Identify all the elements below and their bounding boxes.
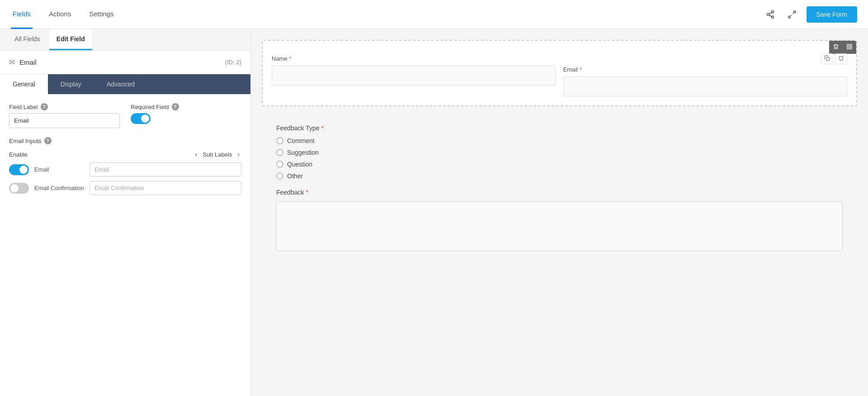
email-required-star: * [580, 66, 582, 73]
top-nav-right: Save Form [763, 6, 857, 23]
edit-tab-advanced[interactable]: Advanced [94, 74, 147, 94]
email-inputs-section: Email Inputs ? Enable ‹ Sub Labels › [9, 137, 241, 195]
required-toggle-wrapper [131, 113, 241, 124]
email-row-label: Email [34, 166, 84, 173]
svg-line-5 [793, 11, 795, 14]
svg-rect-9 [847, 47, 849, 49]
share-button[interactable] [763, 7, 778, 22]
feedback-textarea[interactable] [276, 201, 843, 251]
edit-tab-display[interactable]: Display [48, 74, 94, 94]
sub-labels-nav: ‹ Sub Labels › [193, 150, 241, 159]
svg-line-6 [788, 15, 791, 18]
radio-comment[interactable]: Comment [276, 137, 843, 144]
field-header: ✉ Email (ID: 2) [0, 51, 250, 74]
svg-rect-7 [847, 44, 849, 46]
nav-tabs: Fields Actions Settings [11, 0, 115, 29]
nav-settings[interactable]: Settings [87, 0, 115, 29]
svg-rect-11 [826, 57, 830, 61]
radio-label-comment: Comment [287, 137, 315, 144]
field-name: ✉ Email [9, 58, 37, 67]
email-inputs-header: Email Inputs ? [9, 137, 241, 144]
radio-label-suggestion: Suggestion [287, 149, 319, 156]
email-confirmation-input-row: Email Confirmation [9, 181, 241, 195]
radio-suggestion[interactable]: Suggestion [276, 149, 843, 156]
svg-point-1 [767, 13, 769, 15]
edit-tab-general[interactable]: General [0, 74, 48, 94]
svg-line-3 [769, 15, 772, 16]
sub-labels-next-button[interactable]: › [236, 150, 241, 159]
form-content-area: Feedback Type * Comment Suggestion Quest… [262, 115, 857, 262]
field-label-label: Field Label ? [9, 103, 120, 110]
field-label-help-icon[interactable]: ? [41, 103, 48, 110]
email-confirmation-row-label: Email Confirmation [34, 185, 84, 191]
email-field-actions [821, 53, 847, 64]
svg-line-4 [769, 12, 772, 14]
left-panel: All Fields Edit Field ✉ Email (ID: 2) Ge… [0, 29, 251, 396]
email-field-label: Email * [563, 66, 848, 73]
radio-other[interactable]: Other [276, 172, 843, 180]
save-form-button[interactable]: Save Form [807, 6, 857, 23]
field-label-input[interactable] [9, 113, 120, 128]
name-field-block: Name * [272, 55, 556, 96]
tab-all-fields[interactable]: All Fields [7, 29, 47, 50]
email-input-row: Email [9, 162, 241, 177]
field-label-row: Field Label ? Required Field ? [9, 103, 241, 128]
nav-actions[interactable]: Actions [47, 0, 73, 29]
email-inputs-help-icon[interactable]: ? [44, 137, 52, 144]
radio-label-question: Question [287, 161, 312, 168]
field-name-text: Email [19, 58, 37, 66]
email-copy-button[interactable] [821, 53, 833, 64]
form-fields-row: Name * [263, 41, 856, 105]
name-required-star: * [289, 55, 292, 62]
svg-rect-8 [850, 44, 852, 46]
required-toggle[interactable] [131, 113, 151, 124]
name-input-box[interactable] [272, 66, 556, 86]
radio-question[interactable]: Question [276, 161, 843, 168]
nav-fields[interactable]: Fields [11, 0, 33, 29]
tab-edit-field[interactable]: Edit Field [49, 29, 92, 50]
required-field-help-icon[interactable]: ? [172, 103, 179, 110]
email-sublabel-input[interactable] [90, 162, 241, 177]
canvas-grid-button[interactable] [843, 41, 856, 54]
svg-rect-10 [850, 47, 852, 49]
radio-circle-suggestion [276, 149, 283, 156]
feedback-type-radio-group: Comment Suggestion Question Other [276, 137, 843, 180]
svg-point-2 [771, 16, 774, 18]
email-confirmation-sublabel-input[interactable] [90, 181, 241, 195]
sub-labels-prev-button[interactable]: ‹ [193, 150, 199, 159]
right-panel: Name * [251, 29, 868, 396]
required-field-group: Required Field ? [131, 103, 241, 128]
sub-labels-title: Sub Labels [203, 151, 232, 158]
required-field-label: Required Field ? [131, 103, 241, 110]
email-toggle[interactable] [9, 164, 29, 175]
name-field-label: Name * [272, 55, 556, 62]
enable-label: Enable [9, 151, 27, 158]
canvas-delete-button[interactable] [829, 41, 843, 54]
edit-tabs: General Display Advanced [0, 74, 250, 94]
radio-circle-other [276, 172, 283, 180]
canvas-toolbar [829, 41, 856, 54]
email-delete-button[interactable] [835, 53, 847, 64]
feedback-label: Feedback * [276, 189, 843, 196]
fullscreen-button[interactable] [785, 7, 799, 22]
panel-tabs: All Fields Edit Field [0, 29, 250, 51]
email-confirmation-toggle[interactable] [9, 183, 29, 194]
radio-label-other: Other [287, 172, 303, 180]
form-canvas: Name * [262, 40, 857, 106]
email-input-box[interactable] [563, 76, 848, 96]
sub-labels-row: Enable ‹ Sub Labels › [9, 150, 241, 159]
main-layout: All Fields Edit Field ✉ Email (ID: 2) Ge… [0, 29, 868, 396]
field-label-group: Field Label ? [9, 103, 120, 128]
email-icon: ✉ [9, 58, 15, 67]
field-id: (ID: 2) [225, 59, 241, 66]
radio-circle-question [276, 161, 283, 168]
feedback-required-star: * [306, 189, 308, 196]
field-content: Field Label ? Required Field ? [0, 94, 250, 396]
svg-point-0 [771, 10, 774, 13]
radio-circle-comment [276, 137, 283, 144]
feedback-type-label: Feedback Type * [276, 124, 843, 132]
feedback-type-required-star: * [321, 124, 323, 132]
email-field-block: Email * [563, 55, 848, 96]
top-navigation: Fields Actions Settings Save Form [0, 0, 868, 29]
